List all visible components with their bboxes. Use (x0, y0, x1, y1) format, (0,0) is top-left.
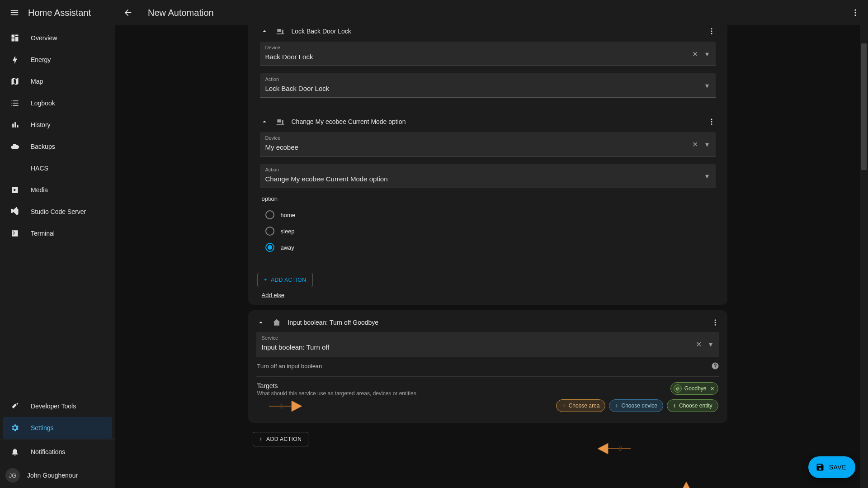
card-more-button[interactable] (711, 318, 719, 327)
sidebar-item-label: Studio Code Server (31, 208, 86, 215)
action-field[interactable]: Action Change My ecobee Current Mode opt… (260, 164, 716, 188)
field-value: Change My ecobee Current Mode option (265, 174, 698, 185)
action-field[interactable]: Action Lock Back Door Lock ▾ (260, 73, 716, 98)
collapse-button[interactable] (260, 117, 269, 126)
sidebar-item-logbook[interactable]: Logbook (3, 92, 112, 114)
targets-section: Targets What should this service use as … (256, 376, 719, 415)
sidebar-user[interactable]: JG John Goughenour (0, 463, 115, 488)
svg-point-0 (854, 9, 856, 11)
svg-point-3 (711, 28, 712, 29)
chip-remove-icon[interactable]: ✕ (710, 386, 714, 392)
divider (0, 440, 115, 440)
radio-text: away (281, 244, 294, 251)
sidebar-item-label: Notifications (31, 448, 65, 455)
add-action-button[interactable]: + ADD ACTION (257, 273, 313, 287)
clear-icon[interactable]: ✕ (695, 340, 703, 348)
svg-point-8 (711, 123, 712, 125)
chip-label: Goodbye (684, 385, 707, 392)
plus-icon: + (673, 402, 676, 409)
sidebar-item-hacs[interactable]: HACS (3, 157, 112, 179)
help-icon[interactable] (711, 362, 719, 370)
target-chip-goodbye[interactable]: ⊘ Goodbye ✕ (670, 382, 718, 395)
device-field[interactable]: Device My ecobee ✕▾ (260, 132, 716, 156)
dropdown-icon[interactable]: ▾ (703, 140, 711, 148)
dropdown-icon[interactable]: ▾ (703, 49, 711, 58)
dashboard-icon (10, 33, 20, 43)
header-more-button[interactable] (846, 4, 864, 22)
sidebar-item-developer-tools[interactable]: Developer Tools (3, 395, 112, 417)
action-card-lock: Lock Back Door Lock Device Back Door Loc… (253, 25, 723, 106)
field-label: Service (262, 335, 701, 341)
add-action-button-bottom[interactable]: + ADD ACTION (253, 432, 309, 446)
action-card-ecobee: Change My ecobee Current Mode option Dev… (253, 111, 723, 264)
user-name: John Goughenour (27, 472, 78, 479)
card-title: Input boolean: Turn off Goodbye (288, 319, 705, 326)
sidebar-item-overview[interactable]: Overview (3, 27, 112, 49)
svg-point-11 (714, 324, 716, 326)
sidebar-item-backups[interactable]: Backups (3, 136, 112, 157)
add-else-link[interactable]: Add else (262, 292, 285, 298)
scrollbar-track[interactable] (860, 25, 868, 488)
home-assistant-icon (272, 317, 282, 327)
choose-entity-chip[interactable]: +Choose entity (667, 399, 718, 412)
sidebar-item-label: Backups (31, 143, 55, 150)
sidebar-item-map[interactable]: Map (3, 71, 112, 92)
back-button[interactable] (119, 4, 137, 22)
bolt-icon (10, 55, 20, 64)
radio-away[interactable]: away (262, 239, 714, 256)
clear-icon[interactable]: ✕ (691, 49, 699, 58)
sidebar-item-label: Developer Tools (31, 403, 76, 410)
choose-area-chip[interactable]: +Choose area (556, 399, 605, 412)
device-field[interactable]: Device Back Door Lock ✕▾ (260, 42, 716, 66)
sidebar-item-settings[interactable]: Settings (3, 417, 112, 439)
avatar: JG (5, 468, 20, 483)
gear-icon (10, 423, 20, 432)
menu-icon[interactable] (9, 7, 20, 18)
page-title: New Automation (148, 8, 214, 18)
card-title: Lock Back Door Lock (292, 28, 701, 35)
card-more-button[interactable] (708, 27, 716, 35)
svg-point-4 (711, 31, 712, 32)
sidebar-item-terminal[interactable]: Terminal (3, 223, 112, 244)
sidebar-item-label: Media (31, 186, 48, 194)
choose-device-chip[interactable]: +Choose device (609, 399, 663, 412)
clear-icon[interactable]: ✕ (691, 140, 699, 148)
radio-icon (265, 227, 274, 236)
card-more-button[interactable] (708, 118, 716, 126)
field-label: Action (265, 76, 698, 82)
sidebar-item-studio-code[interactable]: Studio Code Server (3, 201, 112, 223)
button-label: ADD ACTION (271, 277, 306, 283)
collapse-button[interactable] (260, 27, 269, 36)
sidebar-item-energy[interactable]: Energy (3, 49, 112, 71)
page-header: New Automation (119, 4, 846, 22)
app-header: Home Assistant New Automation (0, 0, 868, 25)
hammer-icon (10, 402, 20, 411)
main-content[interactable]: Lock Back Door Lock Device Back Door Loc… (115, 25, 860, 488)
dropdown-icon[interactable]: ▾ (703, 171, 711, 180)
play-box-icon (10, 185, 20, 194)
terminal-icon (10, 229, 20, 238)
chip-label: Choose entity (679, 403, 712, 409)
dropdown-icon[interactable]: ▾ (707, 340, 715, 348)
field-value: Lock Back Door Lock (265, 83, 698, 94)
dropdown-icon[interactable]: ▾ (703, 81, 711, 90)
field-value: Back Door Lock (265, 52, 698, 62)
scrollbar-thumb[interactable] (861, 43, 867, 170)
radio-icon (265, 210, 274, 219)
option-group: option home sleep away (260, 195, 716, 257)
sidebar-item-history[interactable]: History (3, 114, 112, 136)
service-field[interactable]: Service Input boolean: Turn off ✕▾ (256, 332, 719, 356)
svg-point-10 (714, 322, 716, 323)
toggle-icon: ⊘ (674, 384, 682, 393)
cloud-icon (10, 142, 20, 151)
sidebar: Overview Energy Map Logbook History Back… (0, 25, 115, 488)
sidebar-item-notifications[interactable]: Notifications (3, 441, 112, 463)
plus-icon: + (562, 402, 566, 409)
field-label: Device (265, 44, 698, 51)
radio-sleep[interactable]: sleep (262, 223, 714, 239)
collapse-button[interactable] (256, 318, 265, 327)
radio-home[interactable]: home (262, 207, 714, 223)
sidebar-item-media[interactable]: Media (3, 179, 112, 201)
save-button[interactable]: SAVE (808, 456, 855, 478)
card-title: Change My ecobee Current Mode option (292, 118, 701, 125)
